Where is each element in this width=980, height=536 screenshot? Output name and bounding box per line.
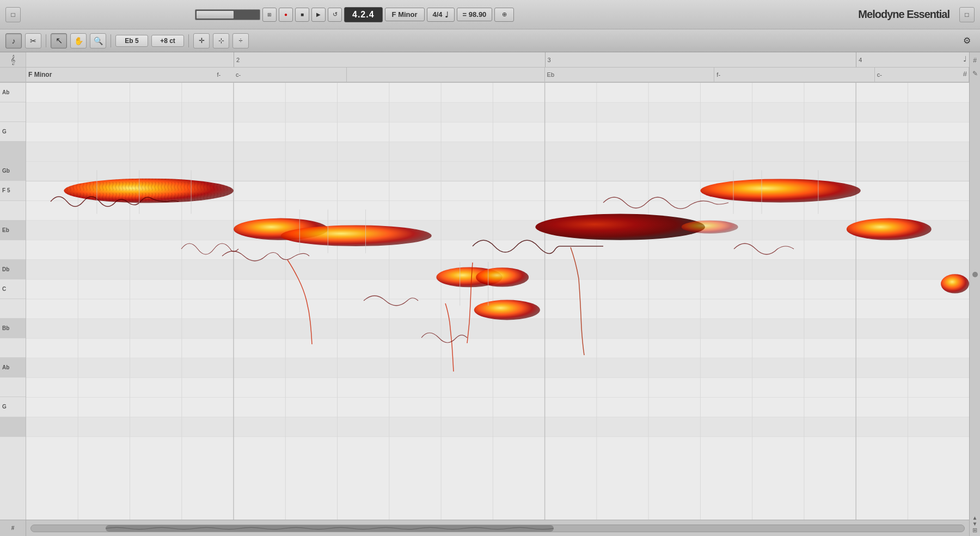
edit-tool-icon: ✂ — [30, 36, 36, 45]
hscroll-thumb[interactable] — [106, 525, 554, 532]
pitch-c: C — [0, 279, 26, 299]
svg-rect-16 — [26, 377, 969, 397]
pitch-tool-btn[interactable]: ♪ — [5, 33, 22, 48]
right-scroll-down[interactable]: ▼ — [972, 521, 978, 527]
tune-btn[interactable]: ⊕ — [494, 8, 514, 22]
app: □ ⊞ ● ■ ▶ ↺ — [0, 0, 980, 536]
cents-display: +8 ct — [151, 35, 184, 47]
record-icon: ● — [284, 11, 287, 17]
right-panel-toggle[interactable]: □ — [959, 7, 975, 22]
chord-label: c- — [236, 71, 241, 78]
chord-c-minor: c- — [234, 68, 545, 82]
svg-point-67 — [941, 274, 969, 293]
pitch-empty7 — [0, 377, 26, 397]
pitch-empty4 — [0, 240, 26, 260]
hscroll-corner: # — [0, 520, 26, 536]
select-tool-btn[interactable]: ↖ — [51, 33, 67, 48]
logo-melodyne: Melodyne Essential — [858, 8, 950, 20]
chord-corner — [0, 68, 26, 83]
scroll-tool-btn[interactable]: ✋ — [70, 33, 87, 48]
pitch-empty9 — [0, 437, 26, 456]
time-sig-display[interactable]: 4/4 ♩ — [427, 8, 455, 22]
chord-track: F Minor f- c- Eb f- c- — [26, 68, 969, 83]
record-btn[interactable]: ● — [279, 8, 293, 22]
zoom-tool-btn[interactable]: 🔍 — [90, 33, 106, 48]
ruler-row: 𝄞 2 3 4 — [0, 52, 969, 68]
note-value: Eb 5 — [125, 37, 138, 45]
pitch-col: Ab G Gb F 5 Eb Db C Bb Ab G — [0, 83, 26, 520]
chord-label: f- — [217, 71, 220, 78]
ruler-corner: 𝄞 — [0, 52, 26, 68]
svg-rect-9 — [26, 240, 969, 260]
pitch-eb: Eb — [0, 221, 26, 240]
note-canvas[interactable] — [26, 83, 969, 520]
pitch-g-bot: G — [0, 397, 26, 417]
progress-bar[interactable] — [195, 9, 260, 20]
svg-rect-13 — [26, 319, 969, 338]
hscroll-bar[interactable] — [30, 525, 965, 532]
pitch-db: Db — [0, 260, 26, 279]
svg-rect-18 — [26, 417, 969, 437]
settings-btn[interactable]: ⚙ — [959, 33, 975, 48]
pitch-bb: Bb — [0, 319, 26, 338]
formant-icon: ⊹ — [218, 36, 224, 45]
pitch-empty3 — [0, 201, 26, 221]
svg-rect-15 — [26, 358, 969, 377]
chord-eb: Eb — [545, 68, 715, 82]
note-blob-5[interactable] — [476, 267, 529, 287]
pitch-ab-bot: Ab — [0, 358, 26, 377]
right-hash-top[interactable]: # — [973, 57, 977, 64]
svg-rect-5 — [26, 161, 969, 181]
settings-icon: ⚙ — [963, 35, 971, 46]
hscroll-corner-icon: # — [11, 525, 15, 531]
svg-rect-14 — [26, 338, 969, 358]
transport-area: ⊞ ● ■ ▶ ↺ 4.2.4 F Minor — [195, 7, 514, 22]
pitch-mod-icon: ✛ — [199, 36, 205, 45]
position-display[interactable]: 4.2.4 — [344, 7, 383, 22]
pitch-hash: # — [0, 454, 26, 520]
right-edit-icon[interactable]: ✎ — [972, 70, 978, 77]
svg-point-59 — [281, 225, 432, 246]
note-display: Eb 5 — [115, 35, 148, 47]
pitch-f5: F 5 — [0, 181, 26, 200]
svg-point-65 — [700, 179, 860, 202]
right-zoom-icon[interactable]: ⊞ — [972, 527, 977, 534]
pitch-empty5 — [0, 299, 26, 319]
expand-icon: ⊞ — [267, 12, 272, 17]
tempo-display[interactable]: = 98.90 — [457, 8, 493, 21]
select-icon: ↖ — [56, 35, 63, 46]
play-btn[interactable]: ▶ — [311, 8, 326, 22]
pitch-mod-btn[interactable]: ✛ — [193, 33, 210, 48]
chord-row: F Minor f- c- Eb f- c- — [0, 68, 969, 83]
note-blob-10[interactable] — [941, 274, 969, 293]
edit-tool-btn[interactable]: ✂ — [25, 33, 41, 48]
amplitude-btn[interactable]: ÷ — [232, 33, 249, 48]
clef-icon: 𝄞 — [0, 52, 26, 67]
key-value: F Minor — [392, 10, 418, 19]
right-sidebar: # ✎ ▲ ▼ ⊞ — [969, 52, 980, 536]
right-scroll-up[interactable]: ▲ — [972, 515, 978, 521]
pitch-g: G — [0, 122, 26, 142]
note-icon: ♩ — [963, 54, 967, 63]
tune-icon: ⊕ — [502, 11, 507, 18]
formant-btn[interactable]: ⊹ — [213, 33, 229, 48]
divider2 — [111, 34, 111, 47]
left-panel-toggle[interactable]: □ — [5, 7, 21, 22]
loop-btn[interactable]: ↺ — [328, 8, 342, 22]
progress-fill — [197, 11, 234, 19]
pitch-empty1 — [0, 102, 26, 122]
top-toolbar: □ ⊞ ● ■ ▶ ↺ — [0, 0, 980, 29]
ruler-track[interactable]: 2 3 4 ♩ — [26, 52, 969, 68]
key-display[interactable]: F Minor — [385, 8, 425, 21]
svg-rect-8 — [26, 221, 969, 240]
svg-rect-17 — [26, 397, 969, 417]
right-panel-icon: □ — [965, 11, 969, 19]
svg-rect-20 — [26, 456, 969, 520]
time-sig-value: 4/4 — [433, 10, 443, 19]
stop-btn[interactable]: ■ — [295, 8, 309, 22]
pitch-empty8 — [0, 417, 26, 437]
expand-btn[interactable]: ⊞ — [262, 8, 277, 22]
right-scroll-dot — [972, 272, 978, 277]
notes-svg — [26, 83, 969, 520]
hscroll-track[interactable] — [26, 520, 969, 536]
